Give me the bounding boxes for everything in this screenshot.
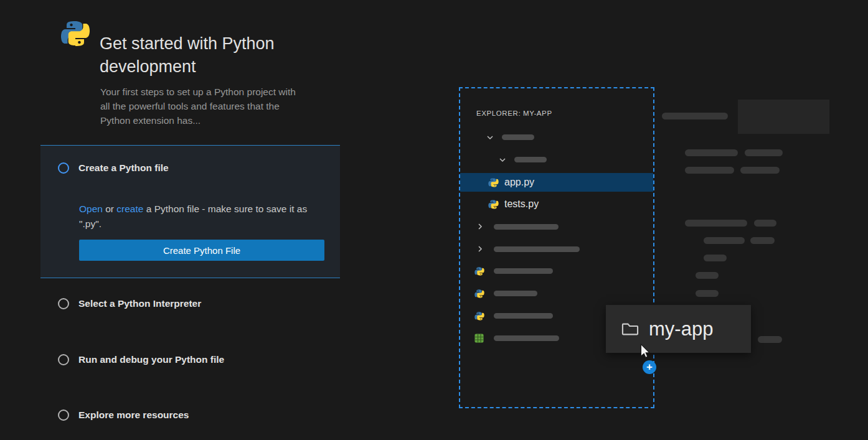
placeholder-bar	[494, 224, 559, 230]
step-label: Explore more resources	[78, 410, 189, 421]
placeholder-bar	[494, 291, 537, 296]
placeholder-bar	[754, 220, 776, 227]
placeholder-bar	[696, 290, 719, 297]
step-create-python-file[interactable]: Create a Python file Open or create a Py…	[40, 145, 340, 278]
placeholder-bar	[685, 167, 734, 174]
step-label: Create a Python file	[78, 162, 169, 174]
step-label: Select a Python Interpreter	[78, 298, 201, 309]
cursor-icon	[638, 343, 654, 359]
step-label: Run and debug your Python file	[78, 354, 224, 365]
step-explore-resources[interactable]: Explore more resources	[49, 406, 197, 424]
step-radio-icon[interactable]	[58, 354, 69, 365]
python-file-icon	[474, 289, 484, 299]
placeholder-bar	[494, 335, 559, 341]
open-link[interactable]: Open	[79, 204, 103, 214]
placeholder-bar	[704, 255, 727, 261]
chevron-right-icon	[475, 222, 485, 232]
python-logo-icon	[60, 19, 90, 49]
chevron-down-icon	[498, 155, 507, 165]
placeholder-bar	[662, 113, 728, 119]
placeholder-bar	[494, 246, 580, 252]
placeholder-bar	[685, 220, 747, 227]
step-text: or	[103, 204, 116, 214]
table-file-icon	[474, 334, 484, 343]
placeholder-bar	[696, 272, 719, 279]
page-title: Get started with Python development	[100, 32, 324, 78]
chevron-down-icon	[485, 133, 495, 143]
explorer-header: EXPLORER: MY-APP	[476, 110, 552, 117]
python-file-icon	[474, 266, 484, 276]
python-file-icon	[488, 199, 499, 210]
step-description: Open or create a Python file - make sure…	[79, 202, 324, 232]
drag-tooltip-label: my-app	[649, 318, 713, 340]
python-walkthrough-page: Get started with Python development Your…	[0, 0, 868, 440]
create-python-file-button[interactable]: Create Python File	[79, 240, 324, 261]
create-link[interactable]: create	[116, 204, 143, 214]
python-file-icon	[488, 177, 499, 188]
placeholder-bar	[502, 134, 534, 140]
python-file-icon	[474, 311, 484, 321]
placeholder-bar	[494, 268, 553, 274]
placeholder-bar	[740, 167, 780, 174]
step-radio-icon[interactable]	[58, 410, 69, 421]
drag-tooltip: my-app	[606, 305, 751, 353]
folder-icon	[621, 321, 639, 338]
placeholder-block	[738, 100, 829, 134]
file-row-selected: app.py	[460, 173, 653, 192]
placeholder-bar	[750, 237, 775, 244]
placeholder-bar	[494, 313, 553, 319]
page-description: Your first steps to set up a Python proj…	[100, 85, 301, 128]
step-radio-icon[interactable]	[58, 162, 69, 174]
file-name: tests.py	[504, 199, 539, 210]
placeholder-bar	[685, 149, 738, 156]
file-name: app.py	[504, 177, 534, 188]
file-row: tests.py	[460, 195, 653, 213]
step-header[interactable]: Create a Python file	[58, 162, 169, 174]
chevron-right-icon	[475, 244, 485, 254]
step-radio-icon[interactable]	[58, 298, 69, 309]
placeholder-bar	[514, 157, 547, 162]
step-select-interpreter[interactable]: Select a Python Interpreter	[49, 294, 210, 313]
placeholder-bar	[758, 336, 782, 343]
step-run-debug[interactable]: Run and debug your Python file	[49, 350, 233, 369]
add-file-badge: +	[643, 360, 656, 374]
placeholder-bar	[704, 237, 745, 244]
placeholder-bar	[745, 149, 783, 156]
